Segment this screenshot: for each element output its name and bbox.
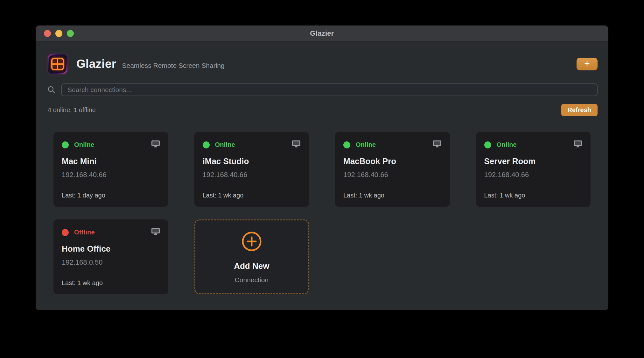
card-top-row: Online — [203, 140, 301, 149]
search-input[interactable] — [61, 83, 598, 96]
connection-summary: 4 online, 1 offline — [48, 106, 96, 114]
status-label: Online — [215, 141, 235, 148]
device-name: Home Office — [62, 244, 160, 254]
connection-card[interactable]: Online Server Room 192.168.40.66 Last: 1… — [476, 132, 591, 207]
title-group: Glazier Seamless Remote Screen Sharing — [76, 57, 225, 71]
status-label: Online — [356, 141, 376, 148]
app-tagline: Seamless Remote Screen Sharing — [122, 62, 225, 69]
status-indicator: Online — [343, 141, 376, 148]
minimize-button[interactable] — [55, 30, 62, 37]
monitor-icon — [292, 140, 301, 149]
device-ip: 192.168.40.66 — [203, 171, 301, 179]
device-ip: 192.168.40.66 — [62, 171, 160, 179]
monitor-icon — [151, 140, 160, 149]
app-logo-icon — [48, 54, 67, 74]
status-label: Offline — [74, 229, 95, 236]
last-seen: Last: 1 wk ago — [343, 192, 442, 199]
device-name: iMac Studio — [203, 156, 301, 166]
status-dot-icon — [203, 141, 210, 148]
card-top-row: Online — [62, 140, 160, 149]
refresh-button[interactable]: Refresh — [561, 104, 598, 116]
status-row-bar: 4 online, 1 offline Refresh — [36, 96, 608, 121]
search-row — [36, 74, 608, 96]
status-indicator: Online — [203, 141, 235, 148]
zoom-button[interactable] — [67, 30, 74, 37]
close-button[interactable] — [44, 30, 51, 37]
last-seen: Last: 1 wk ago — [203, 192, 301, 199]
add-new-connection-card[interactable]: Add New Connection — [194, 219, 309, 294]
status-dot-icon — [62, 229, 69, 236]
search-icon — [47, 85, 56, 94]
connection-card[interactable]: Online MacBook Pro 192.168.40.66 Last: 1… — [335, 132, 450, 207]
status-indicator: Online — [62, 141, 94, 148]
add-connection-header-button[interactable]: + — [577, 58, 598, 70]
app-header: Glazier Seamless Remote Screen Sharing + — [36, 42, 608, 74]
device-ip: 192.168.40.66 — [343, 171, 442, 179]
add-plus-icon — [242, 231, 262, 253]
device-name: Server Room — [484, 156, 583, 166]
monitor-icon — [573, 140, 582, 149]
monitor-icon — [151, 228, 160, 237]
traffic-lights — [44, 25, 74, 41]
monitor-icon — [433, 140, 442, 149]
status-dot-icon — [343, 141, 350, 148]
status-dot-icon — [484, 141, 491, 148]
status-indicator: Offline — [62, 229, 95, 236]
app-window: Glazier Glazier Seamless Remote Screen S… — [36, 25, 608, 310]
status-label: Online — [74, 141, 94, 148]
device-ip: 192.168.40.66 — [484, 171, 583, 179]
device-name: Mac Mini — [62, 156, 160, 166]
title-bar: Glazier — [36, 25, 608, 42]
status-indicator: Online — [484, 141, 517, 148]
last-seen: Last: 1 day ago — [62, 192, 160, 199]
last-seen: Last: 1 wk ago — [484, 192, 583, 199]
app-name: Glazier — [76, 57, 116, 71]
add-card-title: Add New — [234, 261, 269, 271]
add-card-subtitle: Connection — [235, 276, 269, 284]
connection-card[interactable]: Online iMac Studio 192.168.40.66 Last: 1… — [194, 132, 309, 207]
connection-card[interactable]: Offline Home Office 192.168.0.50 Last: 1… — [53, 219, 168, 294]
window-title: Glazier — [310, 29, 334, 38]
connections-grid: Online Mac Mini 192.168.40.66 Last: 1 da… — [36, 121, 608, 310]
last-seen: Last: 1 wk ago — [62, 279, 160, 287]
card-top-row: Offline — [62, 228, 160, 237]
status-label: Online — [497, 141, 517, 148]
device-ip: 192.168.0.50 — [62, 258, 160, 267]
device-name: MacBook Pro — [343, 156, 442, 166]
status-dot-icon — [62, 141, 69, 148]
card-top-row: Online — [343, 140, 442, 149]
card-top-row: Online — [484, 140, 583, 149]
connection-card[interactable]: Online Mac Mini 192.168.40.66 Last: 1 da… — [53, 132, 168, 207]
